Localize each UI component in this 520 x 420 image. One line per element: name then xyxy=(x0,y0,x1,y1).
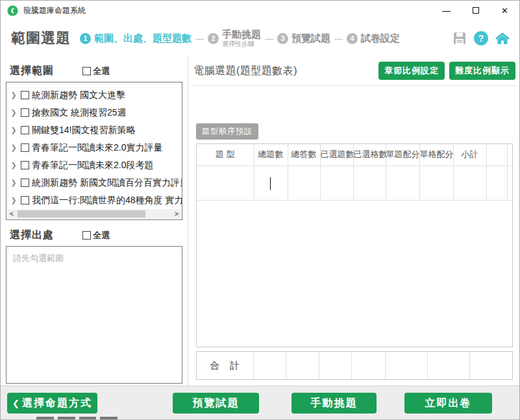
column-header: 小計 xyxy=(453,144,486,166)
expand-chevron-icon[interactable]: ❯ xyxy=(9,161,18,169)
step-dash: — xyxy=(334,34,343,43)
tree-item[interactable]: ❯統測新趨勢 國文大進擊 xyxy=(9,86,182,104)
step-3[interactable]: 3預覽試題 xyxy=(277,33,330,44)
maximize-button[interactable] xyxy=(461,1,490,20)
tree-item-checkbox[interactable] xyxy=(21,126,29,134)
manual-pick-button[interactable]: 手動挑題 xyxy=(291,393,377,414)
table-cell[interactable] xyxy=(353,166,386,200)
expand-chevron-icon[interactable]: ❯ xyxy=(9,196,18,204)
tree-item-checkbox[interactable] xyxy=(21,143,29,152)
back-to-method-button[interactable]: ❮選擇命題方式 xyxy=(7,393,97,414)
source-select-all[interactable]: 全選 xyxy=(82,230,110,241)
tree-item-label: 青春筆記一閱讀未來2.0段考題 xyxy=(32,160,153,171)
expand-chevron-icon[interactable]: ❯ xyxy=(9,91,18,99)
column-header: 單格配分 xyxy=(419,144,453,166)
table-cell[interactable] xyxy=(486,166,507,200)
table-cell[interactable] xyxy=(197,166,254,200)
step-number-icon: 4 xyxy=(347,33,358,44)
horizontal-scrollbar[interactable]: < > xyxy=(7,209,181,219)
tree-item-label: 我們這一行:閱讀世界的48種角度 實力評量 xyxy=(32,195,182,206)
tree-item-checkbox[interactable] xyxy=(21,108,29,117)
expand-chevron-icon[interactable]: ❯ xyxy=(9,108,18,117)
step-label: 預覽試題 xyxy=(291,33,330,44)
difficulty-ratio-button[interactable]: 難度比例顯示 xyxy=(449,62,515,80)
chapter-ratio-button[interactable]: 章節比例設定 xyxy=(378,62,445,80)
panel-head: 電腦選題(題型題數表) 章節比例設定 難度比例顯示 xyxy=(192,60,517,85)
table-cell[interactable] xyxy=(254,166,288,200)
expand-chevron-icon[interactable]: ❯ xyxy=(9,179,18,187)
expand-chevron-icon[interactable]: ❯ xyxy=(9,143,18,152)
table-body-row xyxy=(197,166,512,200)
range-title: 選擇範圍 xyxy=(10,64,54,78)
generate-paper-button[interactable]: 立即出卷 xyxy=(404,393,492,414)
left-panel: 選擇範圍 全選 ❯統測新趨勢 國文大進擊❯搶救國文 統測複習25週❯關鍵雙14!… xyxy=(1,56,188,388)
header-icons: ? xyxy=(452,31,510,46)
panel-divider xyxy=(192,85,517,86)
tree-item-checkbox[interactable] xyxy=(21,196,29,204)
table-header-row: 題 型總題數總答數已選題數已選格數單題配分單格配分小計 xyxy=(197,144,512,166)
tree-item-checkbox[interactable] xyxy=(21,91,29,99)
question-type-table-container: 題 型總題數總答數已選題數已選格數單題配分單格配分小計 xyxy=(196,143,513,347)
scroll-right-icon[interactable]: > xyxy=(172,209,181,219)
range-tree: ❯統測新趨勢 國文大進擊❯搶救國文 統測複習25週❯關鍵雙14!國文複習新策略❯… xyxy=(6,82,182,209)
step-dash: — xyxy=(195,34,204,43)
range-select-all[interactable]: 全選 xyxy=(82,66,110,77)
home-button[interactable] xyxy=(495,31,510,46)
total-cell xyxy=(427,352,469,379)
computer-select-title: 電腦選題(題型題數表) xyxy=(193,64,297,78)
range-select-all-checkbox[interactable] xyxy=(82,67,91,75)
tree-item-checkbox[interactable] xyxy=(21,161,29,169)
tree-item[interactable]: ❯我們這一行:閱讀世界的48種角度 實力評量 xyxy=(9,191,182,209)
total-cell xyxy=(351,352,385,379)
range-section-head: 選擇範圍 全選 xyxy=(10,64,182,78)
type-order-button[interactable]: 題型順序預設 xyxy=(196,123,258,140)
help-button[interactable]: ? xyxy=(473,31,489,46)
window-controls: — ✕ xyxy=(432,1,519,20)
table-cell[interactable] xyxy=(320,166,353,200)
back-button-label: 選擇命題方式 xyxy=(22,397,92,408)
expand-chevron-icon[interactable]: ❯ xyxy=(9,126,18,134)
total-cell xyxy=(286,352,319,379)
tree-item[interactable]: ❯關鍵雙14!國文複習新策略 xyxy=(9,121,182,139)
scroll-left-icon[interactable]: < xyxy=(7,209,16,219)
table-cell[interactable] xyxy=(419,166,453,200)
column-header xyxy=(507,144,512,166)
tree-item[interactable]: ❯青春筆記一閱讀未來2.0實力評量 xyxy=(9,139,182,156)
titlebar: 龍騰題庫命題系統 — ✕ xyxy=(1,1,519,20)
text-caret xyxy=(270,177,271,190)
right-panel: 電腦選題(題型題數表) 章節比例設定 難度比例顯示 題型順序預設 題 型總題數總… xyxy=(188,56,519,388)
table-cell[interactable] xyxy=(453,166,486,200)
tree-item-checkbox[interactable] xyxy=(21,179,29,187)
preview-questions-button[interactable]: 預覽試題 xyxy=(173,393,259,414)
step-4[interactable]: 4試卷設定 xyxy=(347,33,400,44)
table-cell[interactable] xyxy=(288,166,320,200)
step-2[interactable]: 2手動挑題選擇性步驟 xyxy=(208,29,261,47)
source-placeholder: 請先勾選範圍 xyxy=(13,253,64,263)
close-button[interactable]: ✕ xyxy=(490,1,519,20)
tree-item[interactable]: ❯青春筆記一閱讀未來2.0段考題 xyxy=(9,156,182,174)
source-select-all-checkbox[interactable] xyxy=(82,231,91,240)
column-header: 單題配分 xyxy=(386,144,419,166)
column-header: 題 型 xyxy=(197,144,254,166)
save-icon xyxy=(452,31,467,45)
app-logo-icon xyxy=(7,5,18,16)
table-cell[interactable] xyxy=(386,166,419,200)
step-1[interactable]: 1範圍、出處、題型題數 xyxy=(80,33,192,44)
footer: ❮選擇命題方式 預覽試題 手動挑題 立即出卷 xyxy=(1,386,519,419)
range-tree-box: ❯統測新趨勢 國文大進擊❯搶救國文 統測複習25週❯關鍵雙14!國文複習新策略❯… xyxy=(6,82,182,220)
step-label: 範圍、出處、題型題數 xyxy=(94,33,192,44)
tree-item-label: 搶救國文 統測複習25週 xyxy=(32,107,126,119)
page-title: 範圍選題 xyxy=(11,29,71,48)
tree-item-label: 青春筆記一閱讀未來2.0實力評量 xyxy=(32,142,162,154)
scrollbar-track[interactable] xyxy=(16,209,172,219)
minimize-button[interactable]: — xyxy=(432,1,461,20)
source-title: 選擇出處 xyxy=(10,229,54,242)
tree-item[interactable]: ❯搶救國文 統測複習25週 xyxy=(9,104,182,121)
table-cell[interactable] xyxy=(507,166,512,200)
tree-item[interactable]: ❯統測新趨勢 新國文閱讀百分百實力評量 xyxy=(9,174,182,191)
taskbar-peek xyxy=(36,417,118,419)
total-cell xyxy=(253,352,286,379)
help-icon: ? xyxy=(474,31,488,45)
scrollbar-thumb[interactable] xyxy=(18,210,145,217)
save-button[interactable] xyxy=(452,31,467,46)
